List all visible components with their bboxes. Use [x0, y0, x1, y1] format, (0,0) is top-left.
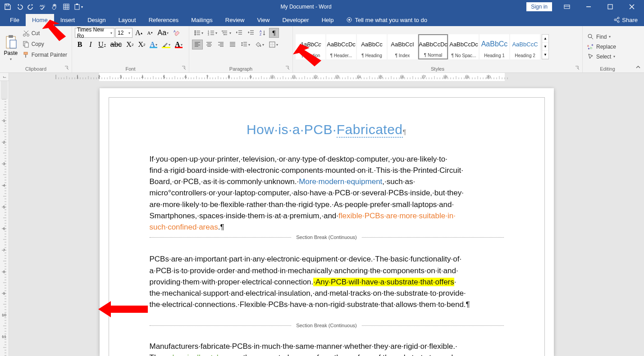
hyperlink-modern-equipment[interactable]: More·modern·equipment: [299, 177, 382, 186]
svg-rect-2: [64, 4, 69, 9]
font-name-combo[interactable]: Times New Ro▾: [75, 28, 114, 38]
styles-expand-icon[interactable]: ▼: [542, 51, 548, 59]
signin-button[interactable]: Sign in: [526, 2, 552, 11]
underline-button[interactable]: U▾: [96, 40, 108, 50]
font-color-button[interactable]: A▾: [173, 40, 184, 50]
group-editing-label: Editing: [585, 65, 630, 72]
show-marks-button[interactable]: ¶: [269, 28, 279, 38]
svg-text:9: 9: [3, 291, 5, 296]
italic-button[interactable]: I: [86, 40, 96, 50]
paste-button[interactable]: Paste ▾: [3, 28, 19, 65]
ribbon-options-icon[interactable]: [557, 0, 577, 14]
hyperlink-chemically-etch[interactable]: chemically·etch: [169, 353, 221, 356]
find-button[interactable]: Find▾: [585, 32, 630, 41]
hand-icon[interactable]: [50, 2, 59, 12]
increase-indent-button[interactable]: [246, 28, 256, 38]
tab-review[interactable]: Review: [219, 14, 251, 26]
paste-qat-icon[interactable]: ▾: [73, 2, 83, 12]
justify-button[interactable]: [227, 40, 238, 50]
paragraph-launcher-icon[interactable]: [284, 65, 291, 71]
clipboard-launcher-icon[interactable]: [64, 65, 70, 71]
chevron-up-icon[interactable]: ▲: [542, 35, 548, 43]
style---no-spac---[interactable]: AaBbCcDc¶ No Spac...: [449, 34, 479, 59]
tab-references[interactable]: References: [142, 14, 185, 26]
shrink-font-button[interactable]: A▾: [145, 28, 155, 38]
subscript-button[interactable]: X2: [124, 40, 135, 50]
styles-scroll[interactable]: ▲▼▼: [542, 34, 549, 59]
page: How·is·a·PCB·Fabricated¶ If·you·open·up·…: [100, 88, 554, 356]
style---header---[interactable]: AaBbCcDc¶ Header...: [326, 34, 356, 59]
bold-button[interactable]: B: [75, 40, 85, 50]
save-icon[interactable]: [3, 2, 13, 12]
highlight-button[interactable]: ▾: [160, 40, 172, 50]
style---index[interactable]: AaBbCcI¶ Index: [388, 34, 417, 59]
shading-button[interactable]: ▾: [253, 40, 266, 50]
vertical-ruler[interactable]: 123456789101112: [0, 81, 9, 356]
align-center-button[interactable]: [204, 40, 215, 50]
styles-launcher-icon[interactable]: [574, 65, 580, 71]
redo-icon[interactable]: [26, 2, 36, 12]
share-button[interactable]: Share: [607, 14, 644, 26]
superscript-button[interactable]: X2: [136, 40, 147, 50]
decrease-indent-button[interactable]: [234, 28, 245, 38]
tab-design[interactable]: Design: [81, 14, 112, 26]
select-button[interactable]: Select▾: [585, 52, 630, 61]
style-heading-2[interactable]: AaBbCcCHeading 2: [510, 34, 540, 59]
style-heading-1[interactable]: AaBbCcHeading 1: [480, 34, 509, 59]
document-scroll[interactable]: How·is·a·PCB·Fabricated¶ If·you·open·up·…: [9, 81, 644, 356]
strikethrough-button[interactable]: abc: [109, 40, 124, 50]
tab-insert[interactable]: Insert: [54, 14, 82, 26]
sort-button[interactable]: AZ: [257, 28, 268, 38]
copy-icon: [23, 41, 30, 48]
numbering-button[interactable]: 123▾: [206, 28, 219, 38]
tab-view[interactable]: View: [251, 14, 276, 26]
maximize-icon[interactable]: [600, 0, 621, 14]
document-area: 123456789101112 How·is·a·PCB·Fabricated¶…: [0, 81, 644, 356]
font-size-combo[interactable]: 12▾: [115, 28, 132, 38]
font-size-value: 12: [118, 30, 123, 36]
tab-layout[interactable]: Layout: [112, 14, 142, 26]
clear-formatting-button[interactable]: A: [171, 28, 182, 38]
text-effects-button[interactable]: A▾: [148, 40, 159, 50]
minimize-icon[interactable]: [578, 0, 599, 14]
style---caption[interactable]: AaBbCc¶ Caption: [296, 34, 325, 59]
svg-text:3: 3: [3, 162, 5, 166]
undo-icon[interactable]: [14, 2, 24, 12]
tab-home[interactable]: Home: [26, 14, 54, 26]
change-case-button[interactable]: Aa▾: [156, 28, 171, 38]
tell-me[interactable]: Tell me what you want to do: [340, 14, 433, 26]
svg-text:a: a: [587, 44, 589, 47]
borders-button[interactable]: ▾: [267, 40, 280, 50]
format-painter-button[interactable]: Format Painter: [21, 50, 69, 59]
grow-font-button[interactable]: A▴: [133, 28, 144, 38]
horizontal-ruler[interactable]: ⌙ 1234567891011121314151617181920: [0, 73, 644, 81]
align-right-button[interactable]: [215, 40, 226, 50]
table-icon[interactable]: [61, 2, 71, 12]
tab-file[interactable]: File: [4, 14, 26, 26]
font-launcher-icon[interactable]: [181, 65, 187, 71]
svg-rect-19: [24, 52, 27, 54]
close-icon[interactable]: [621, 0, 642, 14]
replace-button[interactable]: abReplace: [585, 42, 630, 51]
pilcrow-icon: ¶: [403, 128, 407, 135]
chevron-down-icon[interactable]: ▼: [542, 43, 548, 51]
bullets-button[interactable]: ▾: [192, 28, 205, 38]
svg-point-28: [222, 31, 223, 32]
replace-label: Replace: [596, 44, 616, 50]
svg-text:17: 17: [421, 75, 426, 79]
style---normal[interactable]: AaBbCcDc¶ Normal: [418, 34, 448, 59]
tab-mailings[interactable]: Mailings: [185, 14, 219, 26]
tab-selector-icon[interactable]: ⌙: [0, 73, 9, 81]
copy-button[interactable]: Copy: [21, 40, 69, 49]
line-spacing-button[interactable]: ▾: [239, 40, 252, 50]
style---heading[interactable]: AaBbCc¶ Heading: [357, 34, 387, 59]
spellcheck-icon[interactable]: ABC: [38, 2, 48, 12]
cut-button[interactable]: Cut: [21, 29, 69, 38]
align-left-button[interactable]: [192, 40, 203, 50]
collapse-ribbon-icon[interactable]: [632, 26, 644, 72]
tab-developer[interactable]: Developer: [276, 14, 315, 26]
tab-help[interactable]: Help: [315, 14, 340, 26]
multilevel-list-button[interactable]: ▾: [220, 28, 233, 38]
svg-text:8: 8: [228, 75, 230, 79]
section-break-1: Section Break (Continuous): [150, 234, 504, 241]
